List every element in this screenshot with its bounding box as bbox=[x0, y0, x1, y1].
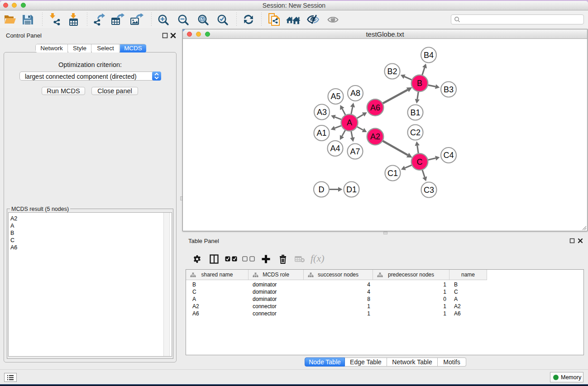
svg-text:B2: B2 bbox=[387, 67, 397, 76]
svg-text:C3: C3 bbox=[424, 186, 434, 195]
svg-text:B4: B4 bbox=[424, 51, 434, 60]
svg-text:A6: A6 bbox=[370, 103, 380, 112]
svg-text:A1: A1 bbox=[316, 129, 326, 138]
svg-text:A8: A8 bbox=[350, 89, 360, 98]
svg-text:A2: A2 bbox=[370, 132, 380, 141]
svg-text:D: D bbox=[319, 185, 325, 194]
svg-text:A5: A5 bbox=[330, 92, 340, 101]
svg-text:A: A bbox=[347, 118, 352, 127]
svg-text:A3: A3 bbox=[317, 108, 327, 117]
svg-text:B1: B1 bbox=[410, 108, 420, 117]
svg-text:C1: C1 bbox=[387, 169, 398, 178]
svg-text:C2: C2 bbox=[410, 128, 421, 137]
svg-text:A7: A7 bbox=[350, 147, 360, 156]
svg-text:B: B bbox=[417, 79, 422, 88]
svg-text:B3: B3 bbox=[444, 85, 454, 94]
svg-text:C4: C4 bbox=[443, 151, 454, 160]
svg-text:A4: A4 bbox=[330, 144, 340, 153]
svg-text:C: C bbox=[417, 157, 423, 167]
svg-text:D1: D1 bbox=[346, 185, 357, 194]
